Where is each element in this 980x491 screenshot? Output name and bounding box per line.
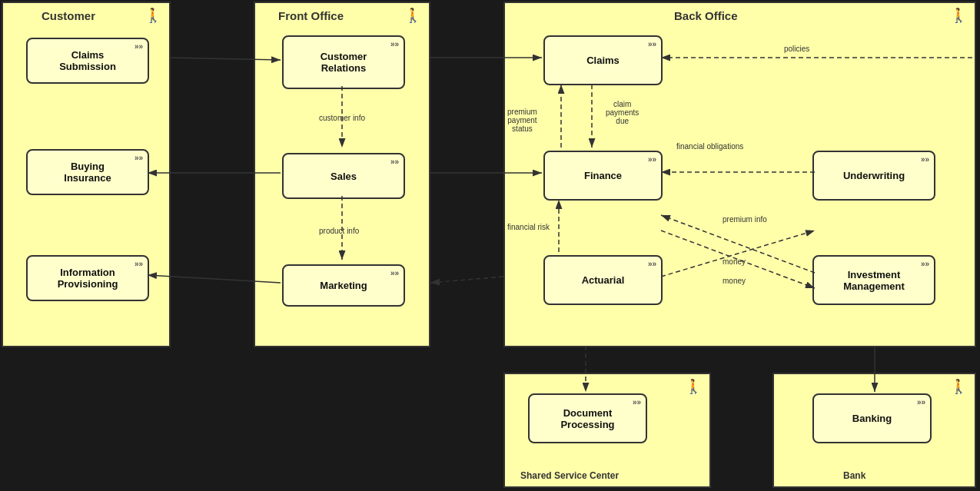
investment-management-marker: »» — [921, 260, 929, 268]
arrow-actuarial-to-marketing — [430, 277, 503, 283]
information-provisioning-label: InformationProvisioning — [58, 267, 118, 290]
label-customer-info: customer info — [319, 114, 365, 122]
document-processing-label: DocumentProcessing — [560, 407, 614, 430]
underwriting-label: Underwriting — [843, 170, 905, 181]
backoffice-title: Back Office — [674, 9, 738, 22]
claims-box: »» Claims — [543, 35, 663, 85]
document-processing-box: »» DocumentProcessing — [528, 393, 647, 443]
label-policies: policies — [784, 45, 809, 53]
label-premium-info: premium info — [723, 215, 767, 224]
buying-insurance-box: »» BuyingInsurance — [26, 149, 149, 195]
customer-relations-box: »» CustomerRelations — [282, 35, 405, 89]
banking-box: »» Banking — [812, 393, 932, 443]
label-product-info: product info — [319, 227, 359, 235]
label-premium-payment-status: premiumpaymentstatus — [507, 108, 537, 133]
shared-title: Shared Service Center — [520, 470, 619, 481]
label-financial-obligations: financial obligations — [676, 142, 743, 151]
investment-management-box: »» InvestmentManagement — [812, 255, 935, 305]
sales-box: »» Sales — [282, 153, 405, 199]
actuarial-marker: »» — [648, 260, 656, 268]
banking-label: Banking — [852, 413, 892, 424]
actuarial-label: Actuarial — [582, 274, 625, 286]
investment-management-label: InvestmentManagement — [843, 269, 904, 292]
swimlane-frontoffice: Front Office 🚶 »» CustomerRelations »» S… — [254, 2, 430, 347]
swimlane-bank: Bank 🚶 »» Banking — [772, 373, 976, 488]
claims-label: Claims — [586, 55, 620, 66]
bank-actor-icon: 🚶 — [950, 378, 967, 395]
label-claim-payments-due: claimpaymentsdue — [606, 100, 639, 125]
claims-submission-box: »» ClaimsSubmission — [26, 38, 149, 84]
frontoffice-actor-icon: 🚶 — [404, 7, 421, 24]
buying-insurance-label: BuyingInsurance — [64, 161, 111, 184]
banking-marker: »» — [917, 398, 925, 406]
finance-marker: »» — [648, 155, 656, 164]
sales-label: Sales — [331, 171, 357, 182]
underwriting-marker: »» — [921, 155, 929, 164]
claims-submission-label: ClaimsSubmission — [59, 49, 116, 72]
actuarial-box: »» Actuarial — [543, 255, 663, 305]
shared-actor-icon: 🚶 — [685, 378, 702, 395]
finance-label: Finance — [584, 170, 622, 181]
label-money1: money — [723, 257, 746, 266]
information-provisioning-marker: »» — [135, 260, 143, 268]
customer-relations-label: CustomerRelations — [321, 51, 367, 74]
marketing-marker: »» — [390, 269, 399, 277]
swimlane-backoffice: Back Office 🚶 »» Claims »» Finance »» Ac… — [503, 2, 976, 347]
buying-insurance-marker: »» — [135, 154, 143, 162]
bank-title: Bank — [843, 470, 865, 481]
claims-submission-marker: »» — [135, 42, 143, 51]
swimlane-shared: Shared Service Center 🚶 »» DocumentProce… — [503, 373, 711, 488]
diagram-container: Customer 🚶 »» ClaimsSubmission »» Buying… — [0, 0, 980, 491]
label-money2: money — [723, 277, 746, 285]
finance-box: »» Finance — [543, 151, 663, 201]
sales-marker: »» — [390, 158, 399, 166]
customer-relations-marker: »» — [390, 40, 399, 48]
swimlane-customer: Customer 🚶 »» ClaimsSubmission »» Buying… — [2, 2, 171, 347]
label-financial-risk: financial risk — [507, 223, 550, 231]
marketing-label: Marketing — [320, 280, 367, 291]
document-processing-marker: »» — [633, 398, 641, 406]
underwriting-box: »» Underwriting — [812, 151, 935, 201]
marketing-box: »» Marketing — [282, 264, 405, 307]
information-provisioning-box: »» InformationProvisioning — [26, 255, 149, 301]
customer-actor-icon: 🚶 — [145, 7, 161, 24]
customer-title: Customer — [42, 9, 95, 22]
claims-marker: »» — [648, 40, 656, 48]
backoffice-actor-icon: 🚶 — [950, 7, 967, 24]
frontoffice-title: Front Office — [278, 9, 344, 22]
